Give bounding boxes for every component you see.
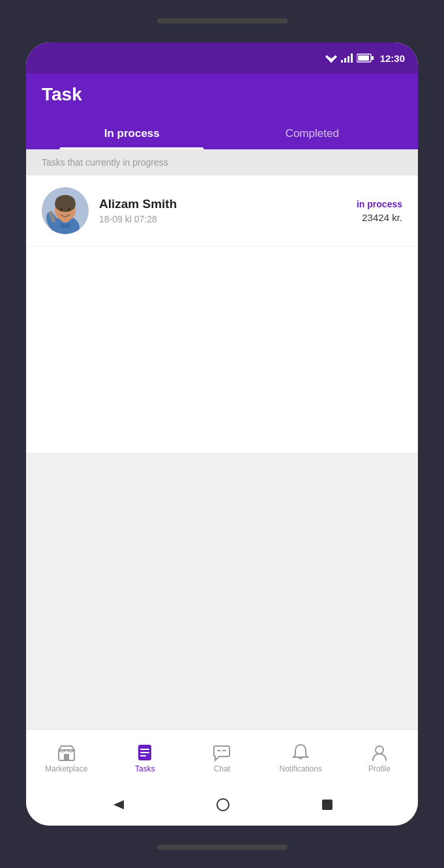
nav-marketplace-label: Marketplace bbox=[45, 764, 87, 773]
chat-icon bbox=[213, 743, 231, 762]
svg-rect-28 bbox=[222, 750, 226, 751]
status-bar: 12:30 bbox=[26, 42, 418, 74]
task-status-badge: in process bbox=[357, 199, 402, 209]
task-info: Alizam Smith 18-09 kl 07:28 bbox=[99, 197, 357, 224]
profile-icon bbox=[370, 743, 389, 762]
svg-point-15 bbox=[55, 196, 76, 212]
android-recent-button[interactable] bbox=[321, 798, 334, 814]
svg-rect-32 bbox=[322, 800, 333, 810]
nav-notifications[interactable]: Notifications bbox=[280, 743, 322, 773]
battery-icon bbox=[357, 53, 374, 63]
task-date: 18-09 kl 07:28 bbox=[99, 214, 357, 224]
wifi-icon bbox=[325, 53, 337, 63]
page-title: Task bbox=[42, 84, 402, 105]
nav-notifications-label: Notifications bbox=[280, 764, 322, 773]
tab-completed[interactable]: Completed bbox=[222, 118, 403, 149]
empty-content-area bbox=[26, 453, 418, 730]
nav-marketplace[interactable]: Marketplace bbox=[45, 743, 87, 773]
svg-rect-6 bbox=[351, 53, 353, 63]
nav-tasks[interactable]: Tasks bbox=[125, 743, 164, 773]
task-list: Alizam Smith 18-09 kl 07:28 in process 2… bbox=[26, 175, 418, 453]
svg-rect-5 bbox=[348, 56, 349, 63]
top-notch bbox=[157, 18, 288, 23]
svg-rect-3 bbox=[341, 60, 343, 63]
bottom-nav: Marketplace Tasks bbox=[26, 729, 418, 786]
svg-rect-22 bbox=[64, 754, 69, 760]
svg-point-29 bbox=[376, 746, 383, 754]
signal-icon bbox=[341, 53, 353, 63]
bell-icon bbox=[291, 743, 310, 762]
task-amount: 23424 kr. bbox=[357, 212, 402, 223]
svg-marker-30 bbox=[113, 800, 124, 809]
tasks-icon bbox=[136, 743, 154, 762]
nav-chat-label: Chat bbox=[214, 764, 230, 773]
svg-rect-8 bbox=[358, 55, 369, 61]
svg-rect-9 bbox=[372, 56, 374, 60]
time-display: 12:30 bbox=[380, 53, 405, 64]
nav-chat[interactable]: Chat bbox=[202, 743, 241, 773]
tab-bar: In process Completed bbox=[42, 118, 402, 149]
status-icons: 12:30 bbox=[325, 53, 405, 64]
svg-point-16 bbox=[60, 208, 63, 211]
screen: 12:30 Task In process Completed Tasks th… bbox=[26, 42, 418, 826]
svg-rect-4 bbox=[344, 58, 346, 63]
marketplace-icon bbox=[57, 743, 76, 762]
nav-profile[interactable]: Profile bbox=[360, 743, 399, 773]
tab-in-process[interactable]: In process bbox=[42, 118, 222, 149]
android-back-button[interactable] bbox=[111, 798, 125, 815]
avatar bbox=[42, 187, 89, 234]
svg-point-31 bbox=[217, 799, 229, 811]
task-status-section: in process 23424 kr. bbox=[357, 199, 402, 223]
app-header: Task In process Completed bbox=[26, 74, 418, 149]
svg-rect-27 bbox=[217, 750, 221, 751]
svg-point-17 bbox=[68, 208, 70, 211]
bottom-notch bbox=[157, 845, 288, 850]
table-row[interactable]: Alizam Smith 18-09 kl 07:28 in process 2… bbox=[26, 175, 418, 247]
phone-shell: 12:30 Task In process Completed Tasks th… bbox=[0, 0, 444, 868]
task-person-name: Alizam Smith bbox=[99, 197, 357, 211]
nav-profile-label: Profile bbox=[368, 764, 391, 773]
nav-tasks-label: Tasks bbox=[135, 764, 155, 773]
android-home-button[interactable] bbox=[216, 798, 230, 815]
android-nav-bar bbox=[26, 786, 418, 826]
section-label: Tasks that currently in progress bbox=[26, 149, 418, 175]
